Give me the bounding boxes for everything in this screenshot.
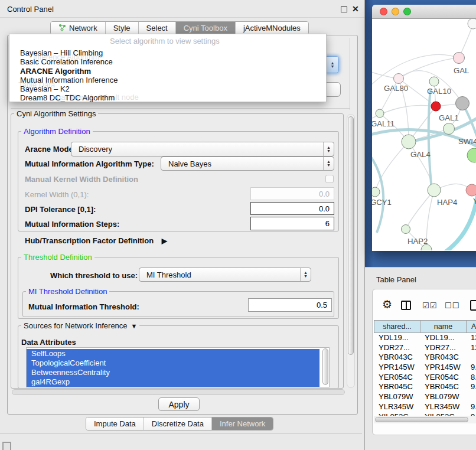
network-node[interactable] — [468, 19, 476, 29]
table-row[interactable]: YBR045CYBR045C9. — [374, 382, 476, 392]
network-canvas[interactable]: GALGAL80GAL10GAL1SWI4GAL11GAL4GCY1HAP4YH… — [372, 19, 476, 250]
columns-icon[interactable] — [401, 301, 411, 310]
table-row[interactable]: YLR345WYLR345W9. — [374, 402, 476, 412]
algorithm-combo-stepper-fragment[interactable]: ▲ ▼ — [327, 56, 339, 73]
dock-icon[interactable] — [2, 442, 11, 450]
column-header[interactable]: name — [420, 321, 466, 332]
threshold-definition-legend: Threshold Definition — [21, 253, 94, 262]
data-attribute-item[interactable]: BetweennessCentrality — [27, 368, 319, 377]
attributes-scrollbar[interactable] — [322, 348, 328, 385]
tab-network[interactable]: Network — [51, 22, 106, 34]
settings-scrollbar[interactable] — [347, 114, 355, 388]
bottom-tab-discretize-data[interactable]: Discretize Data — [144, 418, 212, 430]
table-cell: 8. — [466, 373, 476, 383]
network-view-window[interactable]: GALGAL80GAL10GAL1SWI4GAL11GAL4GCY1HAP4YH… — [372, 5, 476, 251]
table-cell: YER054C — [420, 373, 466, 383]
network-node[interactable] — [467, 148, 476, 162]
ghost-text: gal filtered: default node — [57, 93, 139, 102]
node-label: HAP4 — [437, 198, 457, 207]
network-node-gal[interactable] — [454, 53, 465, 64]
node-label: GAL10 — [427, 87, 451, 96]
tab-label: Infer Network — [220, 419, 265, 428]
close-traffic-light-icon[interactable] — [380, 8, 387, 15]
network-node-gal80[interactable] — [394, 74, 404, 84]
column-header[interactable]: A — [466, 321, 476, 332]
table-row[interactable]: YBL079WYBL079W — [374, 392, 476, 402]
table-cell: YPR145W — [374, 363, 420, 373]
network-node[interactable] — [456, 97, 470, 110]
spinner-arrows-icon: ▲▼ — [323, 157, 334, 170]
tab-label: Impute Data — [94, 419, 136, 428]
data-attribute-item[interactable]: gal4RGexp — [27, 377, 319, 387]
panel-title: Control Panel — [7, 5, 54, 14]
mi-steps-input[interactable] — [250, 217, 334, 230]
network-node-swi4[interactable] — [444, 123, 455, 135]
mi-type-value: Naive Bayes — [161, 159, 323, 168]
table-header-row: shared...nameA — [374, 320, 476, 333]
network-node-gal1[interactable] — [431, 102, 441, 111]
control-panel: Control Panel ✕ NetworkStyleSelectCyni T… — [0, 0, 365, 450]
table-row[interactable]: YDR27...YDR27...12 — [374, 343, 476, 353]
network-window-titlebar[interactable] — [372, 5, 476, 19]
network-node-gal11[interactable] — [376, 109, 384, 118]
sources-legend[interactable]: Sources for Network Inference▼ — [21, 321, 139, 330]
column-header[interactable]: shared... — [374, 321, 420, 332]
data-attribute-item[interactable]: TopologicalCoefficient — [27, 358, 319, 368]
minimize-traffic-light-icon[interactable] — [392, 8, 399, 15]
data-attributes-list[interactable]: SelfLoopsTopologicalCoefficientBetweenne… — [26, 347, 330, 387]
table-body: YDL19...YDL19...13YDR27...YDR27...12YBR0… — [374, 333, 476, 422]
algorithm-option[interactable]: Mutual Information Inference — [9, 76, 326, 84]
sources-legend-label: Sources for Network Inference — [24, 321, 128, 330]
aracne-mode-select[interactable]: Discovery ▲▼ — [71, 142, 334, 156]
network-node-hap2[interactable] — [402, 225, 410, 234]
manual-kernel-checkbox[interactable] — [325, 175, 334, 183]
table-row[interactable]: YBR043CYBR043C — [374, 353, 476, 363]
tab-cyni-toolbox[interactable]: Cyni Toolbox — [176, 22, 236, 34]
table-cell: YDL19... — [420, 333, 466, 343]
scrollbar-thumb[interactable] — [348, 116, 354, 355]
hub-definition-expander[interactable]: Hub/Transcription Factor Definition ▶ — [25, 236, 167, 245]
kernel-width-label: Kernel Width (0,1): — [25, 190, 89, 199]
network-node-gcy1[interactable] — [372, 187, 380, 197]
ghost-text: Table Data — [18, 80, 55, 89]
which-threshold-select[interactable]: MI Threshold ▲▼ — [139, 268, 311, 282]
apply-button[interactable]: Apply — [158, 397, 200, 411]
float-panel-icon[interactable] — [341, 6, 347, 12]
tab-select[interactable]: Select — [139, 22, 176, 34]
dpi-tolerance-input[interactable] — [250, 202, 334, 215]
network-node-y[interactable] — [466, 184, 476, 196]
scrollbar-thumb[interactable] — [375, 417, 468, 422]
data-attribute-item[interactable]: SelfLoops — [27, 349, 319, 358]
node-label: GCY1 — [372, 198, 392, 207]
network-node-gal10[interactable] — [429, 77, 439, 86]
control-panel-titlebar: Control Panel ✕ — [0, 0, 364, 18]
algorithm-definition-legend: Algorithm Definition — [21, 127, 93, 136]
bottom-tab-impute-data[interactable]: Impute Data — [86, 418, 144, 430]
node-label: SWI4 — [458, 137, 476, 146]
mi-steps-label: Mutual Information Steps: — [25, 220, 119, 229]
table-row[interactable]: YPR145WYPR145W9. — [374, 363, 476, 373]
table-cell — [466, 353, 476, 363]
page-icon[interactable] — [470, 300, 476, 311]
dpi-tolerance-label: DPI Tolerance [0,1]: — [25, 205, 96, 214]
checked-checkboxes-icon[interactable]: ☑☑ — [422, 301, 437, 310]
node-label: GAL4 — [410, 150, 431, 159]
table-row[interactable]: YDL19...YDL19...13 — [374, 333, 476, 343]
table-cell: YLR345W — [420, 402, 466, 412]
tab-style[interactable]: Style — [106, 22, 139, 34]
table-panel-title: Table Panel — [376, 275, 416, 284]
unchecked-checkboxes-icon[interactable]: ☐☐ — [445, 301, 459, 310]
bottom-tab-infer-network[interactable]: Infer Network — [212, 418, 273, 430]
mi-type-select[interactable]: Naive Bayes ▲▼ — [161, 156, 334, 171]
table-row[interactable]: YER054CYER054C8. — [374, 373, 476, 383]
tab-jactivemnodules[interactable]: jActiveMNodules — [236, 22, 308, 34]
mi-threshold-input[interactable] — [248, 298, 332, 312]
network-node-gal4[interactable] — [402, 135, 416, 149]
gear-icon[interactable]: ⚙ — [382, 298, 392, 311]
close-icon[interactable]: ✕ — [352, 4, 359, 14]
network-node-hap4[interactable] — [428, 184, 441, 197]
algorithm-option[interactable]: ARACNE Algorithm — [9, 67, 326, 76]
panel-divider — [0, 433, 362, 433]
table-horizontal-scrollbar[interactable] — [374, 416, 476, 423]
zoom-traffic-light-icon[interactable] — [403, 8, 411, 15]
